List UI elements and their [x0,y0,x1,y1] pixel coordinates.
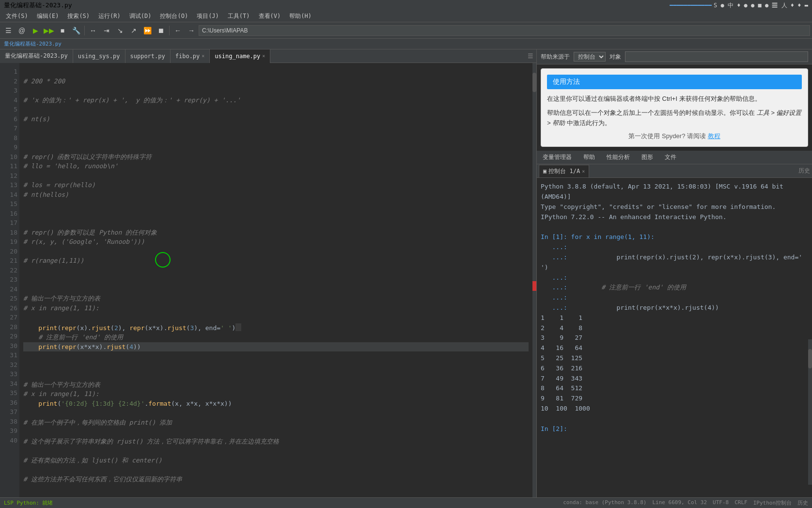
console-tab-bar: ▣ 控制台 1/A × 历史 [537,164,812,178]
tab-variable-manager[interactable]: 变量管理器 [537,151,578,164]
help-body1: 在这里你可以通过在编辑器或者终端中按 Ctrl+I 来获得任何对象的帮助信息。 [547,94,802,104]
topbar-icons: S ● 中 ♦ ● ● ■ ● ☰ 人 ♦ ♦ ▬ [714,1,808,10]
console-cont2: ...: [541,254,567,261]
status-bar: LSP Python: 就绪 conda: base (Python 3.8.8… [0,497,812,508]
status-conda: conda: base (Python 3.8.8) [563,499,646,507]
help-object-label: 对象 [609,53,621,61]
console-cont4: ...: [541,274,567,281]
console-in1: In [1]: for x in range(1, 11): [541,233,655,240]
menu-search[interactable]: 搜索(S) [63,11,94,21]
out-10: 10 100 1000 [541,405,590,412]
console-tab-close[interactable]: × [582,169,585,174]
editor-area: 量化编程基础-2023.py using_sys.py support.py f… [0,49,537,508]
help-header: 帮助来源于 控制台 对象 [537,49,812,64]
menu-file[interactable]: 文件(S) [2,11,32,21]
code-editor[interactable]: # 200 * 200 # 'x 的值为：' + repr(x) + ', y … [19,63,532,508]
breadcrumb-text: 量化编程基础-2023.py [4,40,62,48]
toolbar-step-out[interactable]: ↗ [127,24,140,37]
status-line-col: Line 6609, Col 32 [652,499,707,507]
console-cont7: ...: [541,304,567,311]
toolbar-run[interactable]: ▶ [29,24,42,37]
toolbar-run-cell[interactable]: ▶▶ [43,24,55,37]
tab-quant[interactable]: 量化编程基础-2023.py [0,49,73,63]
tab-using-name[interactable]: using_name.py × [210,49,270,63]
tab-support[interactable]: support.py [125,49,171,63]
toolbar-stop[interactable]: ■ [56,24,69,37]
console-tab-1[interactable]: ▣ 控制台 1/A × [539,165,589,177]
topbar-title: 量化编程基础-2023.py [4,1,72,10]
toolbar-open[interactable]: @ [16,24,28,37]
toolbar: ☰ @ ▶ ▶▶ ■ 🔧 ↔ ⇥ ↘ ↗ ⏩ ⏹ ← → C:\Users\MI… [0,22,812,39]
help-body2: 帮助信息可以在一个对象之后加上一个左圆括号的时候自动显示。你可以在 工具 > 偏… [547,108,802,128]
console-info1: Type "copyright", "credits" or "license"… [541,203,776,210]
out-9: 9 81 729 [541,395,582,402]
help-popup-title: 使用方法 [547,75,802,89]
breadcrumb-bar: 量化编程基础-2023.py [0,39,812,49]
out-8: 8 64 512 [541,384,582,392]
history-label[interactable]: 历史 [798,167,810,175]
toolbar-debug[interactable]: 🔧 [70,24,82,37]
toolbar-nav-fwd[interactable]: → [185,24,198,37]
right-panel: 帮助来源于 控制台 对象 使用方法 在这里你可以通过在编辑器或者终端中按 Ctr… [537,49,812,508]
help-popup-content: 在这里你可以通过在编辑器或者终端中按 Ctrl+I 来获得任何对象的帮助信息。 … [547,94,802,128]
console-scrollbar[interactable] [808,339,812,485]
out-4: 4 16 64 [541,344,582,351]
right-panel-bottom-tabs: 变量管理器 帮助 性能分析 图形 文件 [537,151,812,164]
out-5: 5 25 125 [541,354,582,362]
menu-project[interactable]: 项目(J) [193,11,223,21]
menu-console[interactable]: 控制台(O) [156,11,192,21]
help-tutorial-link[interactable]: 教程 [708,132,720,140]
toolbar-nav-back[interactable]: ← [172,24,184,37]
error-marker [532,281,536,291]
tab-using-sys[interactable]: using_sys.py [73,49,125,63]
out-7: 7 49 343 [541,375,582,382]
status-lsp: LSP Python: 就绪 [4,499,53,507]
out-6: 6 36 216 [541,365,582,372]
code-container: 1234567891011121314151617181920212223242… [0,63,536,508]
sep2 [169,26,170,35]
menu-debug[interactable]: 调试(D) [125,11,156,21]
tab-menu-button[interactable]: ☰ [525,52,536,60]
toolbar-step-in[interactable]: ↘ [114,24,126,37]
console-cont3: print(repr(x).rjust(2), repr(x*x).rjust(… [541,254,806,271]
help-object-input[interactable] [625,51,808,62]
help-source-label: 帮助来源于 [541,53,570,61]
out-2: 2 4 8 [541,324,582,332]
tab-using-name-close[interactable]: × [262,53,265,59]
tab-fibo-close[interactable]: × [202,53,204,59]
console-cont5-code: # 注意前一行 'end' 的使用 [586,284,686,291]
status-line-end: CRLF [734,499,748,507]
menu-help[interactable]: 帮助(H) [285,11,315,21]
toolbar-stop-debug[interactable]: ⏹ [155,24,167,37]
status-encoding: UTF-8 [713,499,729,507]
toolbar-new[interactable]: ☰ [2,24,15,37]
tab-help[interactable]: 帮助 [578,151,601,164]
menu-edit[interactable]: 编辑(E) [33,11,63,21]
out-3: 3 9 27 [541,334,582,341]
menu-view[interactable]: 查看(V) [255,11,285,21]
out-1: 1 1 1 [541,314,582,321]
help-source-select[interactable]: 控制台 [574,52,606,62]
status-history-btn[interactable]: 历史 [797,499,808,507]
menu-bar: 文件(S) 编辑(E) 搜索(S) 运行(R) 调试(D) 控制台(O) 项目(… [0,11,812,22]
tab-files[interactable]: 文件 [659,151,682,164]
console-output[interactable]: Python 3.8.8 (default, Apr 13 2021, 15:0… [537,178,812,508]
path-input[interactable]: C:\Users\MIAPAB [199,25,810,36]
tab-fibo[interactable]: fibo.py × [171,49,210,63]
tab-plots[interactable]: 图形 [636,151,659,164]
console-icon: ▣ [543,168,547,175]
menu-run[interactable]: 运行(R) [94,11,125,21]
console-cont7-code: print(repr(x*x*x).rjust(4)) [586,304,719,311]
help-popup: 使用方法 在这里你可以通过在编辑器或者终端中按 Ctrl+I 来获得任何对象的帮… [541,68,808,147]
tab-profiler[interactable]: 性能分析 [601,151,636,164]
help-popup-footer: 第一次使用 Spyder? 请阅读 教程 [547,132,802,141]
system-topbar: 量化编程基础-2023.py ━━━━━━━━━━━━ S ● 中 ♦ ● ● … [0,0,812,11]
console-info2: IPython 7.22.0 -- An enhanced Interactiv… [541,213,727,221]
console-tab-label: 控制台 1/A [548,167,580,175]
toolbar-indent[interactable]: ↔ [87,24,99,37]
status-ipython: IPython控制台 [753,499,792,507]
console-cont6: ...: [541,294,567,301]
menu-tools[interactable]: 工具(T) [224,11,254,21]
toolbar-continue[interactable]: ⏩ [141,24,154,37]
toolbar-step-over[interactable]: ⇥ [100,24,113,37]
